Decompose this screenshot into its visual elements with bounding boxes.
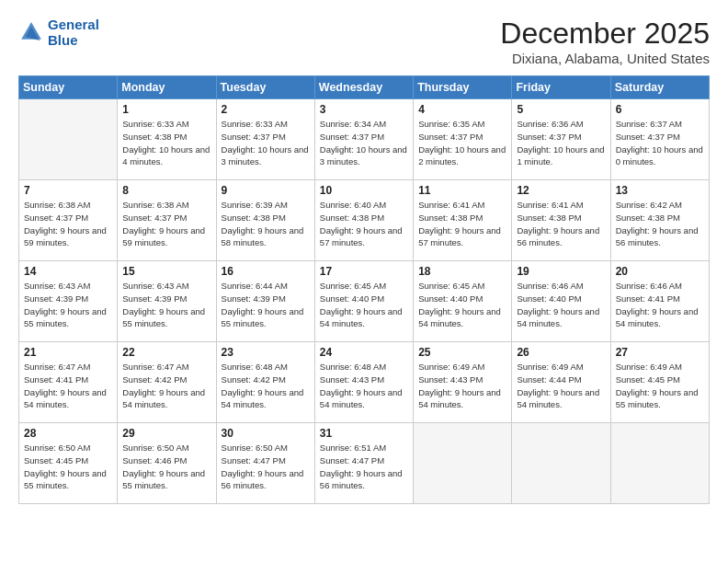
sunset-text: Sunset: 4:37 PM bbox=[616, 132, 680, 142]
sunrise-text: Sunrise: 6:49 AM bbox=[616, 362, 682, 372]
day-info: Sunrise: 6:46 AMSunset: 4:41 PMDaylight:… bbox=[616, 280, 704, 330]
daylight-text: Daylight: 9 hours and 54 minutes. bbox=[418, 387, 501, 410]
sunset-text: Sunset: 4:39 PM bbox=[24, 293, 88, 304]
week-row-5: 28Sunrise: 6:50 AMSunset: 4:45 PMDayligh… bbox=[19, 423, 710, 504]
day-info: Sunrise: 6:47 AMSunset: 4:42 PMDaylight:… bbox=[122, 361, 210, 411]
daylight-text: Daylight: 9 hours and 54 minutes. bbox=[517, 306, 599, 329]
sunrise-text: Sunrise: 6:33 AM bbox=[222, 119, 288, 129]
sunset-text: Sunset: 4:40 PM bbox=[517, 293, 581, 304]
week-row-2: 7Sunrise: 6:38 AMSunset: 4:37 PMDaylight… bbox=[19, 180, 710, 261]
daylight-text: Daylight: 9 hours and 55 minutes. bbox=[24, 306, 107, 329]
day-number: 27 bbox=[616, 346, 704, 359]
daylight-text: Daylight: 9 hours and 56 minutes. bbox=[320, 468, 403, 491]
daylight-text: Daylight: 9 hours and 55 minutes. bbox=[616, 387, 699, 410]
day-info: Sunrise: 6:50 AMSunset: 4:47 PMDaylight:… bbox=[222, 442, 310, 492]
day-cell: 28Sunrise: 6:50 AMSunset: 4:45 PMDayligh… bbox=[19, 423, 118, 504]
day-number: 4 bbox=[418, 103, 506, 116]
sunrise-text: Sunrise: 6:41 AM bbox=[418, 200, 484, 210]
day-cell: 13Sunrise: 6:42 AMSunset: 4:38 PMDayligh… bbox=[610, 180, 709, 261]
day-cell bbox=[414, 423, 512, 504]
day-cell: 25Sunrise: 6:49 AMSunset: 4:43 PMDayligh… bbox=[414, 342, 512, 423]
sunrise-text: Sunrise: 6:38 AM bbox=[24, 200, 90, 210]
day-cell: 6Sunrise: 6:37 AMSunset: 4:37 PMDaylight… bbox=[610, 99, 709, 180]
logo-icon bbox=[18, 19, 44, 45]
daylight-text: Daylight: 9 hours and 56 minutes. bbox=[616, 225, 699, 248]
sunrise-text: Sunrise: 6:40 AM bbox=[320, 200, 386, 210]
daylight-text: Daylight: 10 hours and 1 minute. bbox=[517, 144, 604, 167]
logo-text: General Blue bbox=[48, 17, 99, 49]
day-cell: 21Sunrise: 6:47 AMSunset: 4:41 PMDayligh… bbox=[19, 342, 118, 423]
sunrise-text: Sunrise: 6:38 AM bbox=[122, 200, 188, 210]
day-number: 5 bbox=[517, 103, 605, 116]
day-cell: 24Sunrise: 6:48 AMSunset: 4:43 PMDayligh… bbox=[314, 342, 413, 423]
title-block: December 2025 Dixiana, Alabama, United S… bbox=[500, 17, 710, 66]
daylight-text: Daylight: 10 hours and 4 minutes. bbox=[122, 144, 210, 167]
sunrise-text: Sunrise: 6:51 AM bbox=[320, 442, 386, 453]
sunrise-text: Sunrise: 6:39 AM bbox=[222, 200, 288, 210]
day-number: 15 bbox=[122, 265, 210, 278]
day-info: Sunrise: 6:40 AMSunset: 4:38 PMDaylight:… bbox=[320, 199, 408, 249]
daylight-text: Daylight: 9 hours and 54 minutes. bbox=[616, 306, 699, 329]
sunset-text: Sunset: 4:37 PM bbox=[418, 132, 483, 142]
daylight-text: Daylight: 9 hours and 56 minutes. bbox=[517, 225, 599, 248]
sunset-text: Sunset: 4:37 PM bbox=[222, 132, 286, 142]
sunrise-text: Sunrise: 6:33 AM bbox=[122, 119, 188, 129]
day-cell: 31Sunrise: 6:51 AMSunset: 4:47 PMDayligh… bbox=[314, 423, 413, 504]
header-wednesday: Wednesday bbox=[314, 76, 413, 99]
day-number: 25 bbox=[418, 346, 506, 359]
calendar-table: Sunday Monday Tuesday Wednesday Thursday… bbox=[18, 75, 710, 504]
day-number: 18 bbox=[418, 265, 506, 278]
day-cell: 10Sunrise: 6:40 AMSunset: 4:38 PMDayligh… bbox=[314, 180, 413, 261]
daylight-text: Daylight: 9 hours and 55 minutes. bbox=[122, 306, 205, 329]
day-info: Sunrise: 6:51 AMSunset: 4:47 PMDaylight:… bbox=[320, 442, 408, 492]
sunset-text: Sunset: 4:43 PM bbox=[418, 374, 483, 385]
sunrise-text: Sunrise: 6:50 AM bbox=[122, 442, 188, 453]
sunrise-text: Sunrise: 6:47 AM bbox=[122, 362, 188, 372]
sunset-text: Sunset: 4:38 PM bbox=[122, 132, 187, 142]
day-info: Sunrise: 6:48 AMSunset: 4:43 PMDaylight:… bbox=[320, 361, 408, 411]
day-cell: 4Sunrise: 6:35 AMSunset: 4:37 PMDaylight… bbox=[414, 99, 512, 180]
header-sunday: Sunday bbox=[19, 76, 118, 99]
page: General Blue December 2025 Dixiana, Alab… bbox=[0, 0, 728, 563]
day-number: 2 bbox=[222, 103, 310, 116]
daylight-text: Daylight: 9 hours and 54 minutes. bbox=[418, 306, 501, 329]
day-number: 28 bbox=[24, 427, 112, 440]
sunrise-text: Sunrise: 6:46 AM bbox=[616, 281, 682, 291]
day-number: 26 bbox=[517, 346, 605, 359]
daylight-text: Daylight: 9 hours and 57 minutes. bbox=[320, 225, 403, 248]
day-info: Sunrise: 6:39 AMSunset: 4:38 PMDaylight:… bbox=[222, 199, 310, 249]
day-number: 16 bbox=[222, 265, 310, 278]
day-cell: 23Sunrise: 6:48 AMSunset: 4:42 PMDayligh… bbox=[216, 342, 314, 423]
header-thursday: Thursday bbox=[414, 76, 512, 99]
daylight-text: Daylight: 9 hours and 54 minutes. bbox=[24, 387, 107, 410]
sunset-text: Sunset: 4:39 PM bbox=[222, 293, 286, 304]
day-cell: 22Sunrise: 6:47 AMSunset: 4:42 PMDayligh… bbox=[118, 342, 216, 423]
day-info: Sunrise: 6:44 AMSunset: 4:39 PMDaylight:… bbox=[222, 280, 310, 330]
daylight-text: Daylight: 9 hours and 54 minutes. bbox=[222, 387, 304, 410]
daylight-text: Daylight: 9 hours and 54 minutes. bbox=[517, 387, 599, 410]
day-cell: 26Sunrise: 6:49 AMSunset: 4:44 PMDayligh… bbox=[512, 342, 610, 423]
day-cell: 12Sunrise: 6:41 AMSunset: 4:38 PMDayligh… bbox=[512, 180, 610, 261]
day-info: Sunrise: 6:50 AMSunset: 4:46 PMDaylight:… bbox=[122, 442, 210, 492]
sunset-text: Sunset: 4:38 PM bbox=[616, 213, 680, 223]
week-row-4: 21Sunrise: 6:47 AMSunset: 4:41 PMDayligh… bbox=[19, 342, 710, 423]
day-cell: 8Sunrise: 6:38 AMSunset: 4:37 PMDaylight… bbox=[118, 180, 216, 261]
daylight-text: Daylight: 9 hours and 56 minutes. bbox=[222, 468, 304, 491]
sunrise-text: Sunrise: 6:49 AM bbox=[517, 362, 583, 372]
day-number: 21 bbox=[24, 346, 112, 359]
day-number: 30 bbox=[222, 427, 310, 440]
sunrise-text: Sunrise: 6:35 AM bbox=[418, 119, 484, 129]
day-cell: 11Sunrise: 6:41 AMSunset: 4:38 PMDayligh… bbox=[414, 180, 512, 261]
sunset-text: Sunset: 4:40 PM bbox=[418, 293, 483, 304]
day-info: Sunrise: 6:48 AMSunset: 4:42 PMDaylight:… bbox=[222, 361, 310, 411]
daylight-text: Daylight: 10 hours and 3 minutes. bbox=[320, 144, 407, 167]
day-cell: 19Sunrise: 6:46 AMSunset: 4:40 PMDayligh… bbox=[512, 261, 610, 342]
sunset-text: Sunset: 4:38 PM bbox=[222, 213, 286, 223]
sunset-text: Sunset: 4:47 PM bbox=[320, 455, 384, 465]
sunrise-text: Sunrise: 6:49 AM bbox=[418, 362, 484, 372]
day-cell: 17Sunrise: 6:45 AMSunset: 4:40 PMDayligh… bbox=[314, 261, 413, 342]
day-number: 6 bbox=[616, 103, 704, 116]
sunrise-text: Sunrise: 6:36 AM bbox=[517, 119, 583, 129]
day-info: Sunrise: 6:36 AMSunset: 4:37 PMDaylight:… bbox=[517, 118, 605, 168]
sunset-text: Sunset: 4:46 PM bbox=[122, 455, 187, 465]
